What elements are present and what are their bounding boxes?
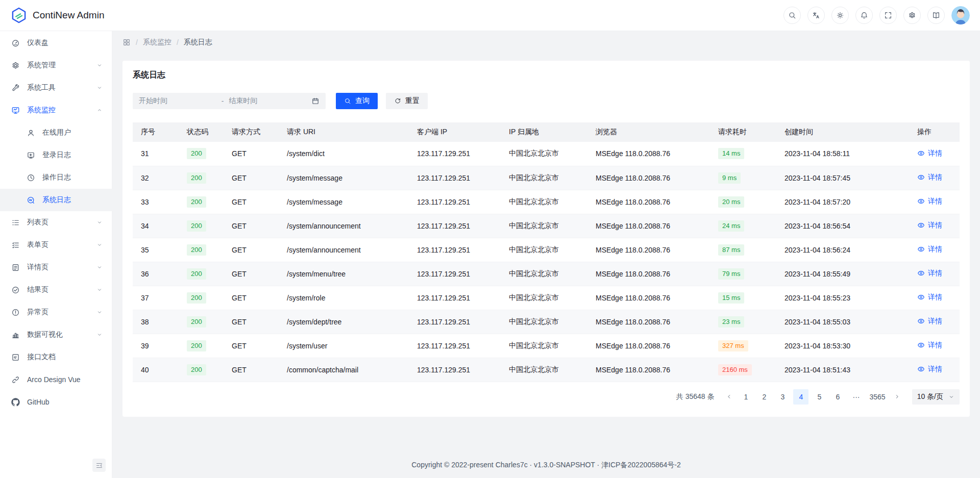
cell-created-time: 2023-11-04 18:56:24 <box>776 238 909 262</box>
sidebar-item[interactable]: GitHub <box>0 391 112 413</box>
bell-button[interactable] <box>855 7 873 24</box>
cell-ip-location: 中国北京北京市 <box>501 166 587 190</box>
detail-link[interactable]: 详情 <box>917 317 942 326</box>
fullscreen-button[interactable] <box>879 7 897 24</box>
cell-client-ip: 123.117.129.251 <box>409 334 501 358</box>
cell-browser: MSEdge 118.0.2088.76 <box>587 214 710 238</box>
search-button[interactable]: 查询 <box>336 93 378 109</box>
sidebar-collapse-button[interactable] <box>92 459 106 472</box>
cell-method: GET <box>224 310 279 334</box>
sidebar-item[interactable]: 系统监控 <box>0 99 112 121</box>
app-logo[interactable]: ContiNew Admin <box>10 7 104 24</box>
menu-fold-icon <box>95 462 103 469</box>
sidebar-item-label: Arco Design Vue <box>27 375 103 384</box>
login-icon <box>27 151 35 160</box>
page-number-button[interactable]: 2 <box>756 389 772 405</box>
sidebar-item[interactable]: 详情页 <box>0 256 112 279</box>
table-row: 33 200 GET /system/message 123.117.129.2… <box>133 190 960 214</box>
eye-icon <box>917 149 925 157</box>
cell-browser: MSEdge 118.0.2088.76 <box>587 286 710 310</box>
sidebar-item-label: 操作日志 <box>42 173 103 182</box>
search-button[interactable] <box>783 7 801 24</box>
cell-created-time: 2023-11-04 18:55:23 <box>776 286 909 310</box>
detail-link[interactable]: 详情 <box>917 149 942 158</box>
column-header: 创建时间 <box>776 122 909 142</box>
column-header: 序号 <box>133 122 179 142</box>
cell-uri: /system/menu/tree <box>279 262 409 286</box>
duration-badge: 15 ms <box>718 292 744 304</box>
detail-link[interactable]: 详情 <box>917 293 942 302</box>
column-header: 浏览器 <box>587 122 710 142</box>
system-log-card: 系统日志 开始时间 - 结束时间 查询 重置 <box>122 61 970 417</box>
sidebar-item-label: 数据可视化 <box>27 330 96 339</box>
sidebar-item-label: 在线用户 <box>42 128 103 137</box>
cell-browser: MSEdge 118.0.2088.76 <box>587 262 710 286</box>
sidebar-item-label: 结果页 <box>27 285 96 294</box>
breadcrumb-section[interactable]: 系统监控 <box>143 38 172 47</box>
cell-uri: /system/message <box>279 166 409 190</box>
sidebar-item-label: 登录日志 <box>42 150 103 160</box>
app-header: ContiNew Admin <box>0 0 980 31</box>
cell-ip-location: 中国北京北京市 <box>501 190 587 214</box>
sidebar-item[interactable]: Arco Design Vue <box>0 368 112 391</box>
sidebar-item[interactable]: 在线用户 <box>0 121 112 144</box>
sun-button[interactable] <box>831 7 849 24</box>
sidebar-item[interactable]: 结果页 <box>0 279 112 301</box>
sidebar-item[interactable]: 登录日志 <box>0 144 112 166</box>
dashboard-icon <box>11 39 20 47</box>
detail-link[interactable]: 详情 <box>917 269 942 278</box>
detail-link[interactable]: 详情 <box>917 365 942 374</box>
eye-icon <box>917 293 925 301</box>
cell-id: 40 <box>133 358 179 382</box>
sidebar-item[interactable]: 系统管理 <box>0 54 112 77</box>
eye-icon <box>917 269 925 277</box>
cell-uri: /system/announcement <box>279 238 409 262</box>
cell-id: 37 <box>133 286 179 310</box>
detail-link[interactable]: 详情 <box>917 221 942 230</box>
sidebar-item-label: 详情页 <box>27 263 96 272</box>
sidebar-item[interactable]: 系统工具 <box>0 77 112 99</box>
cell-id: 38 <box>133 310 179 334</box>
translate-button[interactable] <box>807 7 825 24</box>
table-row: 35 200 GET /system/announcement 123.117.… <box>133 238 960 262</box>
page-size-select[interactable]: 10 条/页 <box>912 389 960 405</box>
detail-link[interactable]: 详情 <box>917 173 942 182</box>
sidebar-item[interactable]: 仪表盘 <box>0 32 112 54</box>
book-button[interactable] <box>927 7 945 24</box>
sidebar-item[interactable]: 系统日志 <box>0 189 112 211</box>
grid-icon[interactable] <box>122 38 131 46</box>
detail-link[interactable]: 详情 <box>917 197 942 206</box>
sidebar-item[interactable]: 数据可视化 <box>0 323 112 346</box>
eye-icon <box>917 173 925 181</box>
page-number-button[interactable]: 4 <box>793 389 808 405</box>
page-number-button[interactable]: 5 <box>812 389 827 405</box>
sidebar-item[interactable]: 操作日志 <box>0 166 112 189</box>
sidebar-item[interactable]: 接口文档 <box>0 346 112 368</box>
sidebar-item[interactable]: 异常页 <box>0 301 112 323</box>
prev-page-button[interactable] <box>721 389 737 405</box>
page-number-button[interactable]: 3565 <box>867 389 888 405</box>
cell-browser: MSEdge 118.0.2088.76 <box>587 142 710 166</box>
page-number-button[interactable]: 6 <box>830 389 845 405</box>
sidebar-item[interactable]: 列表页 <box>0 211 112 234</box>
chevron-icon <box>96 264 103 270</box>
breadcrumb-current: 系统日志 <box>184 38 212 47</box>
cell-method: GET <box>224 238 279 262</box>
chevron-icon <box>96 242 103 248</box>
detail-link[interactable]: 详情 <box>917 341 942 350</box>
next-page-button[interactable] <box>890 389 905 405</box>
page-number-button[interactable]: ··· <box>848 389 864 405</box>
page-number-button[interactable]: 1 <box>738 389 753 405</box>
cell-id: 39 <box>133 334 179 358</box>
sidebar-item-label: 系统日志 <box>42 195 103 205</box>
detail-link[interactable]: 详情 <box>917 245 942 254</box>
gear-button[interactable] <box>903 7 921 24</box>
page-number-button[interactable]: 3 <box>775 389 790 405</box>
date-range-picker[interactable]: 开始时间 - 结束时间 <box>133 93 326 109</box>
status-badge: 200 <box>187 172 206 184</box>
reset-button[interactable]: 重置 <box>386 93 428 109</box>
cell-uri: /common/captcha/mail <box>279 358 409 382</box>
sidebar-item[interactable]: 表单页 <box>0 234 112 256</box>
user-avatar[interactable] <box>951 6 970 24</box>
chevron-icon <box>96 332 103 338</box>
